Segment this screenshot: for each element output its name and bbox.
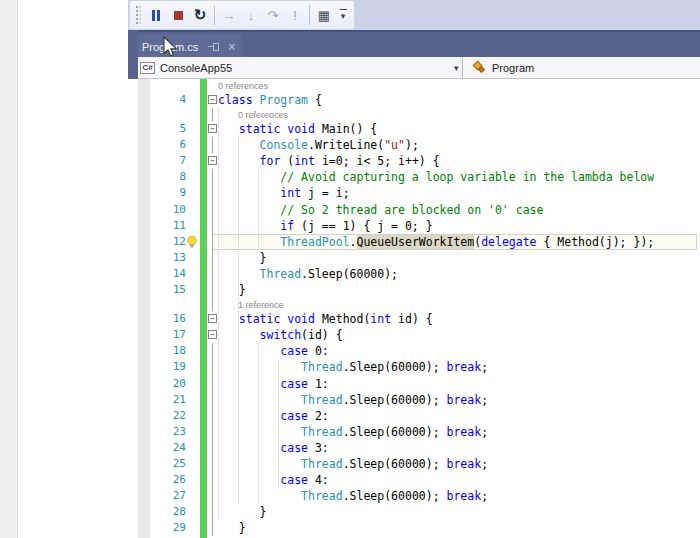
tab-program-cs[interactable]: Program.cs × (134, 34, 242, 59)
restart-button[interactable]: ↻ (189, 4, 211, 26)
code-text[interactable]: case 2: (218, 408, 329, 424)
debug-toolbar: ↻ → ↓ ↷ ! ▦ ▾ (130, 1, 354, 29)
codelens-references[interactable]: 0 references (218, 80, 268, 92)
code-line[interactable]: 27 Thread.Sleep(60000); break; (128, 488, 700, 504)
code-text[interactable]: case 0: (218, 343, 329, 359)
code-line[interactable]: 8 // Avoid capturing a loop variable in … (128, 169, 700, 185)
step-out-button[interactable]: ! (284, 4, 306, 26)
line-number: 21 (150, 392, 186, 408)
code-text[interactable]: static void Method(int id) { (218, 311, 433, 327)
line-number: 20 (150, 376, 186, 392)
code-text[interactable]: switch(id) { (218, 327, 343, 343)
code-text[interactable]: // Avoid capturing a loop variable in th… (218, 169, 654, 185)
line-number: 10 (150, 202, 186, 218)
collapse-box[interactable]: − (208, 330, 217, 339)
line-number: 13 (150, 250, 186, 266)
collapse-box[interactable]: − (208, 124, 217, 133)
line-number: 28 (150, 504, 186, 520)
line-number: 7 (150, 153, 186, 169)
code-line[interactable]: −7 for (int i=0; i< 5; i++) { (128, 153, 700, 169)
code-line[interactable]: 18 case 0: (128, 343, 700, 359)
code-line[interactable]: 11 if (j == 1) { j = 0; } (128, 218, 700, 234)
line-number: 11 (150, 218, 186, 234)
code-line[interactable]: 12 ThreadPool.QueueUserWorkItem(delegate… (128, 234, 700, 250)
code-line[interactable]: 21 Thread.Sleep(60000); break; (128, 392, 700, 408)
code-line[interactable]: −17 switch(id) { (128, 327, 700, 343)
toolbar-grip-handle[interactable] (136, 6, 141, 24)
stop-debugging-button[interactable] (167, 4, 189, 26)
code-line[interactable]: 10 // So 2 thread are blocked on '0' cas… (128, 202, 700, 218)
show-next-statement-button[interactable]: → (218, 4, 240, 26)
codelens-references[interactable]: 1 reference (238, 299, 284, 311)
code-line[interactable]: 25 Thread.Sleep(60000); break; (128, 456, 700, 472)
code-text[interactable]: class Program { (218, 92, 322, 108)
close-icon[interactable]: × (228, 40, 235, 54)
line-number: 14 (150, 266, 186, 282)
code-text[interactable]: static void Main() { (218, 121, 377, 137)
type-dropdown[interactable]: Program (464, 57, 700, 78)
code-text[interactable]: } (218, 520, 246, 536)
code-line[interactable]: 15 } (128, 282, 700, 298)
codelens-row[interactable]: 0 references (128, 108, 700, 121)
outline-guide-line (212, 282, 213, 298)
document-tab-strip: Program.cs × (128, 30, 700, 57)
code-text[interactable]: Thread.Sleep(60000); (218, 266, 398, 282)
codelens-row[interactable]: 1 reference (128, 298, 700, 311)
step-into-button[interactable]: ↓ (240, 4, 262, 26)
pin-icon[interactable] (208, 42, 220, 52)
code-text[interactable]: // So 2 thread are blocked on '0' case (218, 202, 543, 218)
code-text[interactable]: ThreadPool.QueueUserWorkItem(delegate { … (218, 234, 654, 250)
line-number: 23 (150, 424, 186, 440)
indent-guide-line (258, 169, 259, 250)
code-line[interactable]: −4class Program { (128, 92, 700, 108)
collapse-box[interactable]: − (208, 95, 217, 104)
line-number: 12 (150, 234, 186, 250)
codelens-references[interactable]: 0 references (238, 109, 288, 121)
code-line[interactable]: 29 } (128, 520, 700, 536)
code-line[interactable]: −16 static void Method(int id) { (128, 311, 700, 327)
screenshot-stage: ↻ → ↓ ↷ ! ▦ ▾ Program.cs × C# ConsoleApp… (0, 0, 700, 538)
pause-button[interactable] (145, 4, 167, 26)
toolbar-overflow-button[interactable]: ▾ (335, 4, 351, 26)
code-line[interactable]: 22 case 2: (128, 408, 700, 424)
code-line[interactable]: 20 case 1: (128, 376, 700, 392)
code-text[interactable]: } (218, 504, 266, 520)
pause-icon (152, 10, 160, 21)
chevron-down-icon[interactable]: ▾ (454, 63, 459, 73)
code-text[interactable]: case 4: (218, 472, 329, 488)
code-text[interactable]: case 1: (218, 376, 329, 392)
indent-guide-line (238, 137, 239, 504)
code-line[interactable]: 24 case 3: (128, 440, 700, 456)
line-number: 24 (150, 440, 186, 456)
code-text[interactable]: Console.WriteLine("u"); (218, 137, 419, 153)
quick-actions-lightbulb-icon[interactable] (186, 235, 198, 249)
project-dropdown-value: ConsoleApp55 (160, 62, 232, 74)
code-line[interactable]: 19 Thread.Sleep(60000); break; (128, 359, 700, 375)
code-text[interactable]: } (218, 282, 246, 298)
step-over-button[interactable]: ↷ (262, 4, 284, 26)
code-text[interactable]: for (int i=0; i< 5; i++) { (218, 153, 440, 169)
next-statement-icon: → (223, 8, 236, 23)
collapse-box[interactable]: − (208, 156, 217, 165)
csharp-project-icon: C# (140, 62, 155, 74)
code-text[interactable]: case 3: (218, 440, 329, 456)
code-line[interactable]: 14 Thread.Sleep(60000); (128, 266, 700, 282)
codelens-row[interactable]: 0 references (128, 79, 700, 92)
step-over-icon: ↷ (268, 8, 279, 23)
code-editor[interactable]: 0 references−4class Program {0 reference… (128, 79, 700, 538)
project-dropdown[interactable]: C# ConsoleApp55 ▾ (138, 57, 462, 78)
collapse-box[interactable]: − (208, 314, 217, 323)
code-line[interactable]: −5 static void Main() { (128, 121, 700, 137)
code-text[interactable]: if (j == 1) { j = 0; } (218, 218, 433, 234)
outline-guide-line (212, 234, 213, 250)
code-line[interactable]: 13 } (128, 250, 700, 266)
code-line[interactable]: 28 } (128, 504, 700, 520)
code-line[interactable]: 6 Console.WriteLine("u"); (128, 137, 700, 153)
code-analysis-button[interactable]: ▦ (313, 4, 335, 26)
code-line[interactable]: 26 case 4: (128, 472, 700, 488)
code-text[interactable]: } (218, 250, 266, 266)
code-line[interactable]: 9 int j = i; (128, 185, 700, 201)
line-number: 19 (150, 359, 186, 375)
code-line[interactable]: 23 Thread.Sleep(60000); break; (128, 424, 700, 440)
stop-icon (174, 11, 183, 20)
